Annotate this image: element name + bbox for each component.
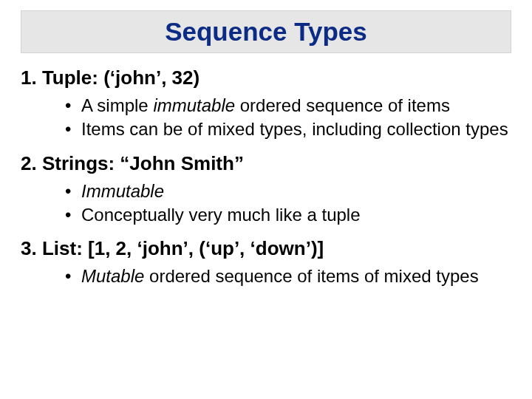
bullet-text-pre: Items can be of mixed types, including c… xyxy=(81,119,508,139)
section-heading-strings: 2. Strings: “John Smith” xyxy=(21,152,511,175)
section-heading-tuple: 1. Tuple: (‘john’, 32) xyxy=(21,66,511,89)
bullet-text-emph: Immutable xyxy=(81,181,164,201)
bullet-text-pre: A simple xyxy=(81,95,153,115)
list-item: A simple immutable ordered sequence of i… xyxy=(65,94,511,117)
section-heading-list: 3. List: [1, 2, ‘john’, (‘up’, ‘down’)] xyxy=(21,237,511,260)
bullet-text-post: ordered sequence of items xyxy=(235,95,450,115)
bullet-list: A simple immutable ordered sequence of i… xyxy=(21,94,511,142)
bullet-text-post: ordered sequence of items of mixed types xyxy=(144,266,478,286)
bullet-text-emph: immutable xyxy=(153,95,235,115)
list-item: Items can be of mixed types, including c… xyxy=(65,117,511,141)
list-item: Mutable ordered sequence of items of mix… xyxy=(65,265,511,288)
list-item: Immutable xyxy=(65,180,511,203)
bullet-list: Immutable Conceptually very much like a … xyxy=(21,180,511,228)
list-item: Conceptually very much like a tuple xyxy=(65,203,511,227)
title-bar: Sequence Types xyxy=(21,10,511,53)
slide-title: Sequence Types xyxy=(21,17,511,47)
bullet-text-pre: Conceptually very much like a tuple xyxy=(81,205,361,225)
slide: Sequence Types 1. Tuple: (‘john’, 32) A … xyxy=(0,0,532,399)
bullet-text-emph: Mutable xyxy=(81,266,144,286)
bullet-list: Mutable ordered sequence of items of mix… xyxy=(21,265,511,288)
